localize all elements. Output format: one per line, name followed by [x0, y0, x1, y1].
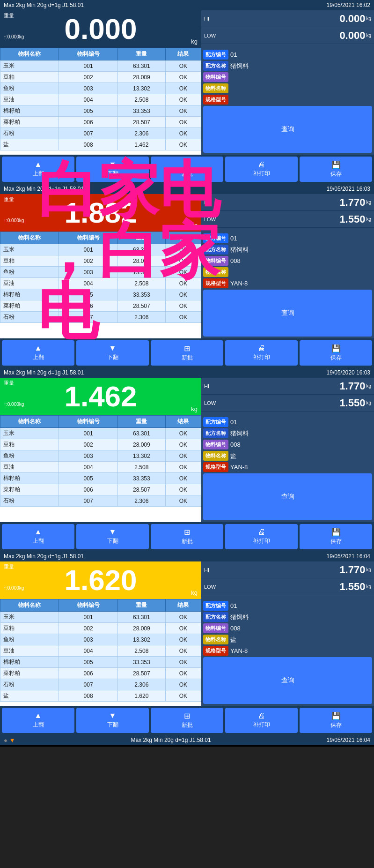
cell-0-4-1: 005 — [59, 105, 117, 117]
hi-row-1: HI 1.770 kg — [201, 194, 374, 211]
cell-1-3-2: 2.508 — [117, 278, 165, 289]
cell-2-2-1: 003 — [59, 450, 117, 462]
weight-unit-3: kg — [191, 589, 198, 596]
btn-上翻-0[interactable]: ▲上翻 — [2, 157, 74, 182]
info-label-formula-no-2: 配方编号 — [203, 417, 228, 427]
table-row: 豆油0042.508OK — [0, 645, 201, 657]
weight-label-0: 重量 — [4, 12, 14, 19]
cell-1-0-2: 63.301 — [117, 244, 165, 255]
query-button-0[interactable]: 查询 — [203, 106, 372, 153]
query-button-1[interactable]: 查询 — [203, 290, 372, 337]
info-value-material-no-2: 008 — [230, 441, 372, 448]
cell-3-6-1: 007 — [59, 679, 117, 690]
weight-unit-1: kg — [191, 222, 198, 229]
info-value-material-name-2: 盐 — [230, 452, 372, 460]
btn-上翻-1[interactable]: ▲上翻 — [2, 340, 74, 366]
table-header-1-1: 物料编号 — [59, 232, 117, 244]
info-label-formula-name-3: 配方名称 — [203, 612, 228, 622]
info-row-spec-1: 规格型号YAN-8 — [203, 278, 372, 288]
weight-sublabel-1: ↑:0.000kg — [4, 218, 24, 223]
table-row: 鱼粉00313.302OK — [0, 83, 201, 94]
info-label-spec-1: 规格型号 — [203, 278, 228, 288]
btn-保存-1[interactable]: 💾保存 — [300, 340, 372, 366]
panel-4: Max 2kg Min 20g d=1g J1.58.01 19/05/2021… — [0, 551, 374, 735]
info-label-formula-name-1: 配方名称 — [203, 245, 228, 254]
info-label-formula-no-3: 配方编号 — [203, 601, 228, 611]
btn-保存-0[interactable]: 💾保存 — [300, 157, 372, 182]
btn-保存-3[interactable]: 💾保存 — [300, 708, 372, 733]
btn-新批-1[interactable]: ⊞新批 — [151, 340, 223, 366]
btn-新批-3[interactable]: ⊞新批 — [151, 708, 223, 733]
low-value-2: 1.550 — [218, 397, 365, 409]
cell-2-3-3: OK — [165, 462, 201, 473]
cell-3-5-3: OK — [165, 668, 201, 679]
btn-bar-1: ▲上翻▼下翻⊞新批🖨补打印💾保存 — [0, 338, 374, 367]
btn-icon-下翻-0: ▼ — [109, 160, 117, 169]
info-row-formula-no-3: 配方编号01 — [203, 601, 372, 611]
hi-label-0: HI — [204, 16, 218, 22]
cell-0-4-0: 棉籽粕 — [0, 105, 59, 117]
cell-2-5-2: 28.507 — [117, 484, 165, 495]
topbar-datetime-2: 19/05/2020 16:03 — [327, 369, 370, 376]
btn-下翻-2[interactable]: ▼下翻 — [76, 524, 149, 549]
panel-2: Max 2kg Min 20g d=1g J1.58.01 19/05/2021… — [0, 184, 374, 367]
cell-1-2-3: OK — [165, 267, 201, 278]
cell-2-0-1: 001 — [59, 428, 117, 439]
cell-1-6-0: 石粉 — [0, 312, 59, 323]
query-button-2[interactable]: 查询 — [203, 473, 372, 520]
cell-3-1-2: 28.009 — [117, 623, 165, 634]
table-row: 豆粕00228.009OK — [0, 72, 201, 83]
cell-0-5-1: 006 — [59, 117, 117, 128]
btn-补打印-0[interactable]: 🖨补打印 — [225, 157, 298, 182]
table-header-2-0: 物料名称 — [0, 416, 59, 428]
cell-2-1-3: OK — [165, 439, 201, 450]
weight-sublabel-0: ↑:0.000kg — [4, 34, 24, 39]
info-label-material-name-3: 物料名称 — [203, 635, 228, 644]
btn-下翻-0[interactable]: ▼下翻 — [76, 157, 149, 182]
table-row: 菜籽粕00628.507OK — [0, 117, 201, 128]
info-row-material-name-3: 物料名称盐 — [203, 635, 372, 644]
cell-2-1-2: 28.009 — [117, 439, 165, 450]
btn-下翻-3[interactable]: ▼下翻 — [76, 708, 149, 733]
info-label-spec-3: 规格型号 — [203, 646, 228, 656]
table-header-3-3: 结果 — [165, 599, 201, 612]
btn-下翻-1[interactable]: ▼下翻 — [76, 340, 149, 366]
table-header-3-2: 重量 — [117, 599, 165, 612]
cell-2-6-3: OK — [165, 495, 201, 507]
info-value-formula-no-3: 01 — [230, 602, 372, 609]
hi-label-3: HI — [204, 567, 218, 573]
btn-icon-保存-2: 💾 — [331, 528, 341, 537]
query-button-3[interactable]: 查询 — [203, 657, 372, 704]
cell-1-6-1: 007 — [59, 312, 117, 323]
cell-1-3-0: 豆油 — [0, 278, 59, 289]
cell-1-5-2: 28.507 — [117, 300, 165, 312]
btn-新批-0[interactable]: ⊞新批 — [151, 157, 223, 182]
low-value-3: 1.550 — [218, 581, 365, 593]
btn-bar-0: ▲上翻▼下翻⊞新批🖨补打印💾保存 — [0, 155, 374, 184]
cell-2-4-3: OK — [165, 473, 201, 484]
btn-icon-新批-3: ⊞ — [184, 711, 190, 720]
cell-2-4-1: 005 — [59, 473, 117, 484]
btn-新批-2[interactable]: ⊞新批 — [151, 524, 223, 549]
btn-保存-2[interactable]: 💾保存 — [300, 524, 372, 549]
cell-2-1-0: 豆粕 — [0, 439, 59, 450]
info-value-material-no-1: 008 — [230, 257, 372, 264]
btn-icon-新批-0: ⊞ — [184, 160, 190, 169]
info-label-material-name-2: 物料名称 — [203, 451, 228, 461]
table-row: 盐0081.620OK — [0, 690, 201, 702]
btn-上翻-2[interactable]: ▲上翻 — [2, 524, 74, 549]
btn-补打印-3[interactable]: 🖨补打印 — [225, 708, 298, 733]
cell-0-6-0: 石粉 — [0, 128, 59, 139]
btn-补打印-2[interactable]: 🖨补打印 — [225, 524, 298, 549]
btn-补打印-1[interactable]: 🖨补打印 — [225, 340, 298, 366]
cell-1-5-3: OK — [165, 300, 201, 312]
cell-3-4-2: 33.353 — [117, 657, 165, 668]
hi-value-1: 1.770 — [218, 196, 365, 209]
cell-2-2-3: OK — [165, 450, 201, 462]
btn-上翻-3[interactable]: ▲上翻 — [2, 708, 74, 733]
cell-2-0-3: OK — [165, 428, 201, 439]
table-row: 棉籽粕00533.353OK — [0, 657, 201, 668]
table-row: 鱼粉00313.302OK — [0, 634, 201, 645]
cell-0-4-3: OK — [165, 105, 201, 117]
low-unit-1: kg — [366, 217, 371, 222]
